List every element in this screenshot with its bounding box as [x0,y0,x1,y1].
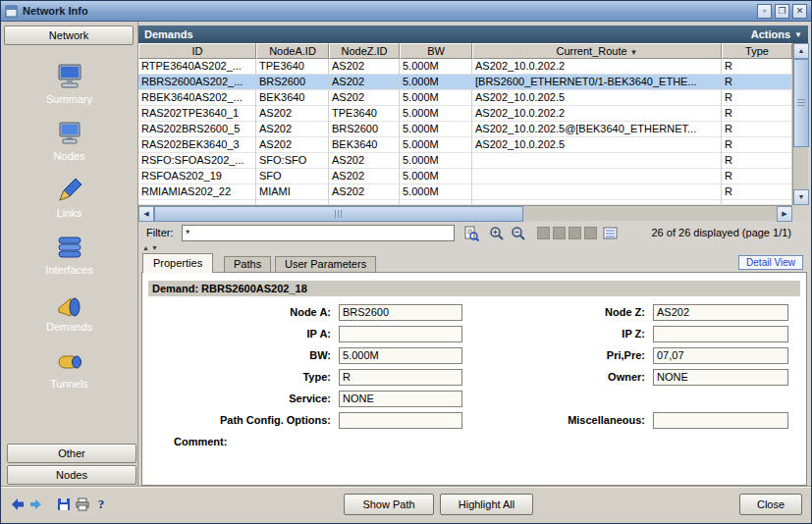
search-details-icon[interactable] [462,225,479,241]
ip-z-field[interactable] [653,326,788,342]
footer-bar: ? Show Path Highlight All Close [1,487,811,523]
table-row[interactable]: RMIAMIAS202_22MIAMIAS2025.000MR [138,184,792,200]
table-cell: RBRS2600AS202_... [138,75,256,90]
service-field[interactable]: NONE [339,391,462,407]
window-icon [5,5,18,18]
table-cell: R [722,137,792,153]
pri-pre-field[interactable]: 07,07 [653,347,788,364]
path-config-label: Path Config. Options: [148,412,337,429]
node-z-field[interactable]: AS202 [653,304,788,321]
table-row[interactable]: RBEK3640AS202_...BEK3640AS2025.000MAS202… [138,90,792,106]
actions-menu[interactable]: Actions ▼ [751,28,802,40]
collapse-down-icon[interactable]: ▼ [151,244,158,252]
table-row[interactable]: RSFO:SFOAS202_...SFO:SFOAS2025.000MR [138,153,792,169]
sidebar: Network Summary Nodes Links Interfaces D… [1,22,138,488]
table-row[interactable]: RAS202BEK3640_3AS202BEK36405.000MAS202_1… [138,137,792,153]
column-header-id[interactable]: ID [138,43,256,59]
table-cell: R [722,184,792,200]
sidebar-nav: Summary Nodes Links Interfaces Demands T… [1,55,137,396]
collapse-up-icon[interactable]: ▲ [142,244,149,252]
scroll-down-icon[interactable]: ▼ [793,189,809,205]
table-cell: AS202 [329,59,400,75]
column-header-type[interactable]: Type [722,43,792,59]
bw-field[interactable]: 5.000M [339,347,462,364]
vertical-scrollbar[interactable]: ▲ ▼ [792,43,808,205]
horn-icon [55,289,84,319]
scroll-right-icon[interactable]: ▶ [777,206,792,222]
print-icon[interactable] [74,497,89,512]
thumb-grip [335,210,343,218]
save-icon[interactable] [56,497,72,512]
path-config-field[interactable] [339,412,462,429]
node-a-field[interactable]: BRS2600 [339,304,462,321]
demands-table: RTPE3640AS202_...TPE3640AS2025.000MAS202… [138,59,792,205]
horizontal-scrollbar[interactable]: ◀ ▶ [138,205,792,221]
sidebar-item-demands[interactable]: Demands [1,283,137,340]
detail-view-button[interactable]: Detail View [738,255,803,270]
help-icon[interactable]: ? [93,497,109,512]
tab-user-parameters[interactable]: User Parameters [275,256,376,272]
filter-bar: Filter: 26 of 26 displayed (page 1/1) [138,224,808,243]
disabled-page-prev-button [553,227,566,239]
column-header-nodea[interactable]: NodeA.ID [256,43,329,59]
table-row[interactable]: RSFOAS202_19SFOAS2025.000MR [138,169,792,184]
splitter-handle[interactable]: ▲ ▼ [142,244,158,252]
forward-arrow-icon[interactable] [27,497,43,512]
table-cell: R [722,75,792,90]
maximize-icon[interactable]: ▫ [757,4,772,19]
other-button[interactable]: Other [7,444,136,463]
table-row[interactable]: RAS202BRS2600_5AS202BRS26005.000MAS202_1… [138,122,792,137]
zoom-out-icon[interactable] [510,225,526,241]
zoom-in-icon[interactable] [488,225,505,241]
ip-a-field[interactable] [339,326,462,342]
sidebar-item-summary[interactable]: Summary [1,55,137,112]
close-icon[interactable]: ✕ [792,4,807,19]
column-header-bw[interactable]: BW [400,43,472,59]
table-cell: 5.000M [400,153,472,169]
network-button[interactable]: Network [4,26,134,45]
sidebar-item-tunnels[interactable]: Tunnels [1,340,137,396]
window-controls: ▫ ❐ ✕ [757,4,807,19]
tube-icon [55,346,84,376]
vscroll-thumb[interactable] [793,59,809,147]
table-cell: SFO:SFO [256,153,329,169]
miscellaneous-field[interactable] [653,412,788,429]
table-cell: AS202 [329,90,400,106]
tab-properties[interactable]: Properties [142,253,213,273]
table-cell: R [722,169,792,184]
table-row[interactable]: RAS202TPE3640_1AS202TPE36405.000MAS202_1… [138,106,792,122]
table-cell: AS202 [256,137,329,153]
table-cell: RAS202BEK3640_3 [138,137,256,153]
show-path-button[interactable]: Show Path [344,494,434,515]
highlight-all-button[interactable]: Highlight All [440,494,533,515]
table-row-selected[interactable]: RBRS2600AS202_...BRS2600AS2025.000M[BRS2… [138,75,792,90]
table-cell: RSFO:SFOAS202_... [138,153,256,169]
hscroll-thumb[interactable] [154,206,523,222]
ip-a-label: IP A: [148,326,337,342]
owner-field[interactable]: NONE [653,369,788,386]
owner-label: Owner: [464,369,651,386]
back-arrow-icon[interactable] [9,497,25,512]
computer-icon [55,119,84,148]
table-cell: R [722,153,792,169]
restore-icon[interactable]: ❐ [775,4,789,19]
titlebar[interactable]: Network Info ▫ ❐ ✕ [1,1,811,22]
sidebar-item-nodes[interactable]: Nodes [1,112,137,169]
table-cell: 5.000M [400,169,472,184]
table-row[interactable]: RTPE3640AS202_...TPE3640AS2025.000MAS202… [138,59,792,75]
sidebar-item-links[interactable]: Links [1,169,137,226]
nodes-button[interactable]: Nodes [7,465,136,485]
type-field[interactable]: R [339,369,462,386]
sidebar-item-interfaces[interactable]: Interfaces [1,226,137,283]
tab-paths[interactable]: Paths [224,256,271,272]
list-view-icon[interactable] [602,225,619,241]
scroll-up-icon[interactable]: ▲ [793,43,809,59]
scroll-left-icon[interactable]: ◀ [138,206,154,222]
column-header-current-route[interactable]: Current_Route▼ [472,43,722,59]
filter-input[interactable] [182,225,455,241]
record-count-status: 26 of 26 displayed (page 1/1) [652,227,792,238]
column-header-nodez[interactable]: NodeZ.ID [329,43,400,59]
window-title: Network Info [23,5,88,17]
ip-z-label: IP Z: [464,326,651,342]
close-button[interactable]: Close [739,494,802,515]
